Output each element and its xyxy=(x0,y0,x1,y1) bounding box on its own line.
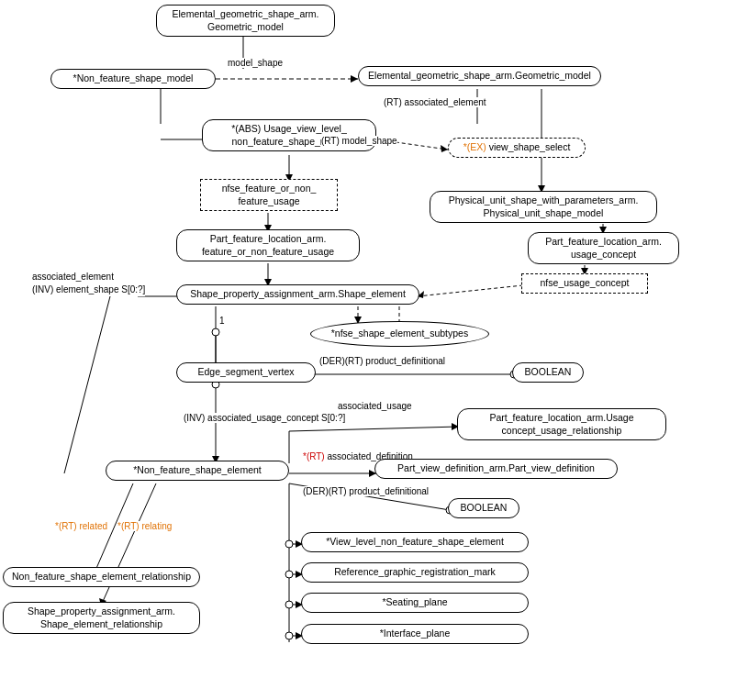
node-part-feature-usage-rel: Part_feature_location_arm.Usageconcept_u… xyxy=(457,408,666,440)
node-part-feature-loc-right: Part_feature_location_arm.usage_concept xyxy=(528,232,679,264)
node-elemental-right: Elemental_geometric_shape_arm.Geometric_… xyxy=(358,66,601,86)
label-rt-assoc-elem: (RT) associated_element xyxy=(384,97,486,107)
node-ex-view: *(EX) view_shape_select xyxy=(448,138,586,158)
label-rt-related: *(RT) related xyxy=(55,521,107,531)
node-part-view-def: Part_view_definition_arm.Part_view_defin… xyxy=(374,459,618,479)
node-view-level-nfse: *View_level_non_feature_shape_element xyxy=(301,532,529,552)
svg-point-28 xyxy=(212,328,219,336)
label-inv-element: associated_element(INV) element_shape S[… xyxy=(32,271,145,296)
label-rt-model-shape: (RT) model_shape xyxy=(321,136,397,146)
svg-point-43 xyxy=(285,540,293,548)
label-rt-relating: *(RT) relating xyxy=(117,521,172,531)
node-non-feature-shape-element: *Non_feature_shape_element xyxy=(106,461,289,481)
svg-line-54 xyxy=(92,483,133,579)
node-shape-property: Shape_property_assignment_arm.Shape_elem… xyxy=(176,284,419,305)
node-nfse-relationship: Non_feature_shape_element_relationship xyxy=(3,567,200,587)
svg-line-59 xyxy=(64,296,110,473)
node-boolean-top: BOOLEAN xyxy=(512,362,584,383)
svg-point-49 xyxy=(285,601,293,608)
svg-marker-3 xyxy=(351,75,358,83)
node-shape-element-relationship: Shape_property_assignment_arm.Shape_elem… xyxy=(3,602,200,634)
svg-line-21 xyxy=(418,285,523,296)
node-edge-segment: Edge_segment_vertex xyxy=(176,362,316,383)
label-inv-assoc: (INV) associated_usage_concept S[0:?] xyxy=(184,413,345,423)
svg-point-46 xyxy=(285,571,293,578)
svg-line-35 xyxy=(289,427,459,431)
node-seating-plane: *Seating_plane xyxy=(301,593,529,613)
node-nfse-subtypes: *nfse_shape_element_subtypes xyxy=(310,321,489,347)
node-interface-plane: *Interface_plane xyxy=(301,624,529,644)
node-nfse-feature: nfse_feature_or_non_feature_usage xyxy=(200,179,338,211)
label-assoc-usage: associated_usage xyxy=(338,401,412,411)
node-elemental-top: Elemental_geometric_shape_arm.Geometric_… xyxy=(156,5,335,37)
node-physical-unit: Physical_unit_shape_with_parameters_arm.… xyxy=(430,191,657,223)
node-non-feature-shape-model: *Non_feature_shape_model xyxy=(50,69,216,89)
svg-marker-8 xyxy=(441,145,448,152)
label-der-rt-prod2: (DER)(RT) product_definitional xyxy=(303,486,429,496)
node-reference-graphic: Reference_graphic_registration_mark xyxy=(301,562,529,583)
node-part-feature-loc-left: Part_feature_location_arm.feature_or_non… xyxy=(176,229,360,261)
label-model-shape: model_shape xyxy=(228,58,283,68)
svg-line-56 xyxy=(101,483,156,606)
node-boolean-bottom: BOOLEAN xyxy=(448,498,519,518)
svg-point-52 xyxy=(285,632,293,639)
label-der-rt-prod: (DER)(RT) product_definitional xyxy=(319,356,445,366)
diagram: Elemental_geometric_shape_arm.Geometric_… xyxy=(0,0,737,700)
label-one: 1 xyxy=(219,316,225,326)
node-nfse-usage-concept: nfse_usage_concept xyxy=(521,273,648,294)
